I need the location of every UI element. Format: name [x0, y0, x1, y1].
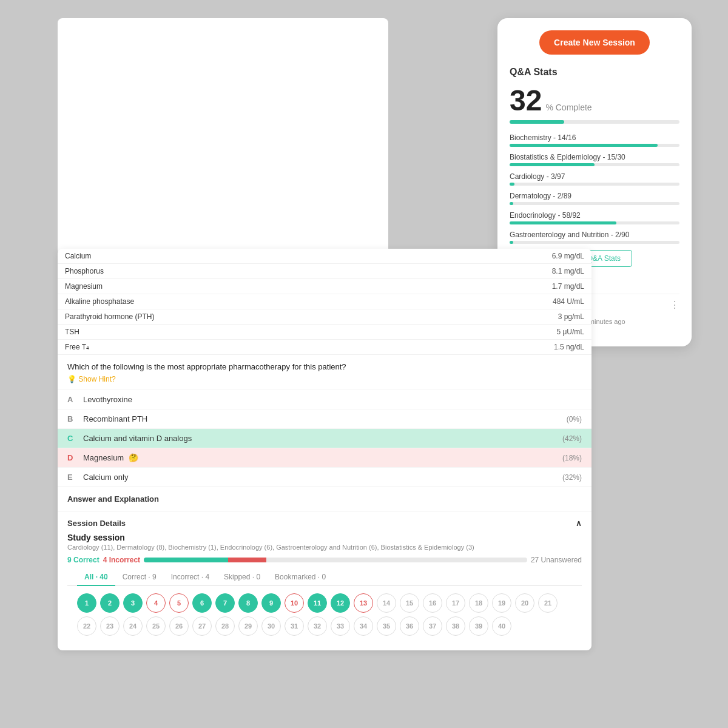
- subjects-list: Biochemistry - 14/16 Biostatistics & Epi…: [510, 133, 679, 244]
- question-number[interactable]: 17: [446, 593, 465, 613]
- question-number[interactable]: 35: [377, 616, 396, 636]
- option-letter: B: [67, 414, 77, 423]
- tab-item[interactable]: Bookmarked · 0: [268, 569, 333, 586]
- option-letter: E: [67, 473, 77, 482]
- lab-row: TSH5 μU/mL: [58, 325, 592, 340]
- answer-option[interactable]: E Calcium only (32%): [58, 467, 592, 487]
- session-details-label: Session Details: [67, 519, 126, 528]
- unanswered-label: 27 Unanswered: [531, 556, 582, 564]
- lab-value: 8.1 mg/dL: [425, 264, 592, 279]
- session-details-header[interactable]: Session Details ∧: [67, 519, 582, 528]
- question-number[interactable]: 25: [146, 616, 166, 636]
- question-number[interactable]: 32: [308, 616, 327, 636]
- question-number[interactable]: 7: [215, 593, 235, 613]
- question-number[interactable]: 40: [492, 616, 511, 636]
- answer-option[interactable]: B Recombinant PTH (0%): [58, 409, 592, 428]
- subject-label: Endocrinology - 58/92: [510, 211, 679, 220]
- subject-bar-fill: [510, 202, 513, 205]
- question-number[interactable]: 4: [146, 593, 166, 613]
- tab-item[interactable]: Incorrect · 4: [164, 569, 217, 586]
- question-number[interactable]: 30: [261, 616, 281, 636]
- option-text: Recombinant PTH: [83, 414, 147, 423]
- option-pct: (32%): [562, 473, 582, 482]
- create-session-button[interactable]: Create New Session: [539, 30, 650, 55]
- question-number[interactable]: 1: [77, 593, 96, 613]
- answer-option[interactable]: C Calcium and vitamin D analogs (42%): [58, 428, 592, 448]
- lab-row: Magnesium1.7 mg/dL: [58, 279, 592, 294]
- lab-name: Free T₄: [58, 340, 425, 355]
- question-text: Which of the following is the most appro…: [58, 355, 592, 375]
- option-pct: (18%): [562, 454, 582, 462]
- correct-label: 9 Correct: [67, 556, 99, 564]
- question-panel: Calcium6.9 mg/dLPhosphorus8.1 mg/dLMagne…: [58, 249, 592, 650]
- hint-label: Show Hint?: [78, 375, 115, 383]
- question-number[interactable]: 11: [308, 593, 327, 613]
- question-number[interactable]: 24: [123, 616, 143, 636]
- tab-item[interactable]: Skipped · 0: [217, 569, 268, 586]
- subject-label: Gastroenterology and Nutrition - 2/90: [510, 231, 679, 239]
- option-letter: A: [67, 395, 77, 404]
- subject-bar-bg: [510, 163, 679, 166]
- subject-bar-bg: [510, 241, 679, 244]
- question-number[interactable]: 16: [423, 593, 442, 613]
- question-number[interactable]: 23: [100, 616, 120, 636]
- question-number[interactable]: 5: [169, 593, 189, 613]
- question-number[interactable]: 14: [377, 593, 396, 613]
- question-number[interactable]: 8: [238, 593, 258, 613]
- lab-row: Free T₄1.5 ng/dL: [58, 340, 592, 355]
- tab-row: All · 40Correct · 9Incorrect · 4Skipped …: [67, 569, 582, 586]
- percent-label: % Complete: [545, 103, 592, 112]
- question-number[interactable]: 21: [538, 593, 558, 613]
- option-text: Levothyroxine: [83, 395, 132, 404]
- question-number[interactable]: 22: [77, 616, 96, 636]
- subject-bar-bg: [510, 144, 679, 147]
- subject-bar-fill: [510, 144, 658, 147]
- question-number[interactable]: 12: [331, 593, 350, 613]
- lab-name: Alkaline phosphatase: [58, 294, 425, 309]
- question-number[interactable]: 10: [285, 593, 304, 613]
- question-number[interactable]: 6: [192, 593, 212, 613]
- overall-progress-bar: [510, 120, 679, 124]
- subject-bar-fill: [510, 183, 514, 186]
- question-number[interactable]: 36: [400, 616, 419, 636]
- question-number[interactable]: 31: [285, 616, 304, 636]
- option-letter: D: [67, 453, 77, 462]
- incorrect-label: 4 Incorrect: [103, 556, 140, 564]
- lab-row: Alkaline phosphatase484 U/mL: [58, 294, 592, 309]
- question-number[interactable]: 18: [469, 593, 488, 613]
- question-number[interactable]: 15: [400, 593, 419, 613]
- question-number[interactable]: 28: [215, 616, 235, 636]
- question-number[interactable]: 39: [469, 616, 488, 636]
- answer-option[interactable]: A Levothyroxine: [58, 389, 592, 409]
- lab-value: 6.9 mg/dL: [425, 249, 592, 264]
- question-number[interactable]: 19: [492, 593, 511, 613]
- question-number[interactable]: 13: [354, 593, 373, 613]
- question-number[interactable]: 26: [169, 616, 189, 636]
- answer-option[interactable]: D Magnesium 🤔 (18%): [58, 448, 592, 467]
- session-details-title: Study session: [67, 533, 582, 542]
- percent-complete-row: 32 % Complete: [510, 86, 679, 115]
- subject-item: Biostatistics & Epidemiology - 15/30: [510, 153, 679, 166]
- question-number[interactable]: 38: [446, 616, 465, 636]
- lab-value: 1.5 ng/dL: [425, 340, 592, 355]
- question-number[interactable]: 9: [261, 593, 281, 613]
- option-emoji: 🤔: [129, 453, 138, 462]
- question-number[interactable]: 27: [192, 616, 212, 636]
- show-hint-link[interactable]: 💡 Show Hint?: [58, 375, 592, 389]
- percent-number: 32: [510, 86, 542, 115]
- session-details-subtitle: Cardiology (11), Dermatology (8), Bioche…: [67, 544, 582, 551]
- lab-name: Calcium: [58, 249, 425, 264]
- tab-item[interactable]: All · 40: [77, 569, 115, 586]
- question-number[interactable]: 2: [100, 593, 120, 613]
- tab-item[interactable]: Correct · 9: [115, 569, 164, 586]
- question-number[interactable]: 3: [123, 593, 143, 613]
- question-number[interactable]: 20: [515, 593, 534, 613]
- question-number[interactable]: 33: [331, 616, 350, 636]
- question-number[interactable]: 29: [238, 616, 258, 636]
- question-number[interactable]: 34: [354, 616, 373, 636]
- lab-row: Phosphorus8.1 mg/dL: [58, 264, 592, 279]
- question-number[interactable]: 37: [423, 616, 442, 636]
- session-menu-icon[interactable]: ⋮: [670, 299, 679, 311]
- chevron-up-icon: ∧: [576, 519, 582, 528]
- subject-label: Biostatistics & Epidemiology - 15/30: [510, 153, 679, 161]
